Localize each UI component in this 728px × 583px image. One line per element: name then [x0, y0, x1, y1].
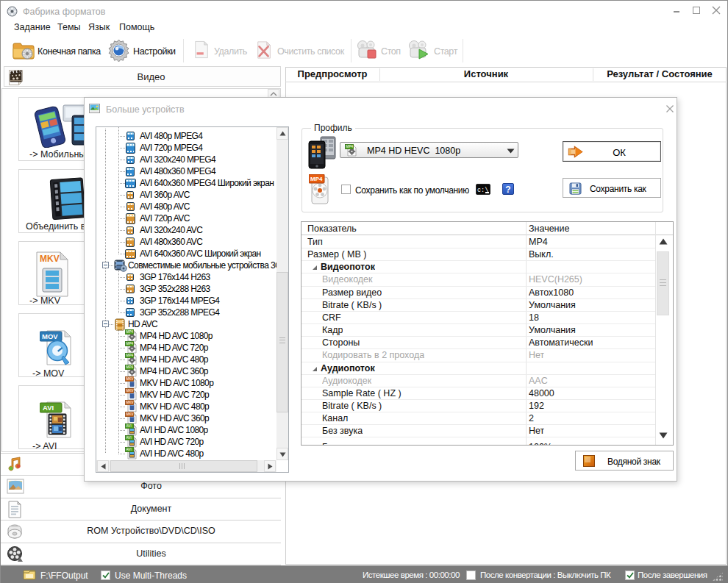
svg-text:MP4: MP4: [126, 354, 134, 357]
svg-text:MOV: MOV: [42, 332, 58, 340]
svg-text:MP4: MP4: [310, 176, 323, 182]
svg-text:MKV: MKV: [126, 377, 135, 381]
svg-text:AVI: AVI: [126, 424, 132, 428]
svg-text:MP4: MP4: [126, 330, 134, 334]
svg-text:AVI: AVI: [126, 448, 132, 451]
svg-text:MKV: MKV: [126, 412, 135, 416]
svg-text:MKV: MKV: [40, 254, 60, 264]
svg-text:MKV: MKV: [126, 389, 135, 393]
svg-text:MP4: MP4: [126, 365, 134, 369]
svg-text:AVI: AVI: [126, 436, 132, 440]
svg-text:MKV: MKV: [126, 401, 135, 404]
svg-text:AVI: AVI: [43, 404, 54, 412]
svg-text:MP4: MP4: [126, 342, 134, 346]
svg-text:MP4: MP4: [346, 145, 354, 149]
